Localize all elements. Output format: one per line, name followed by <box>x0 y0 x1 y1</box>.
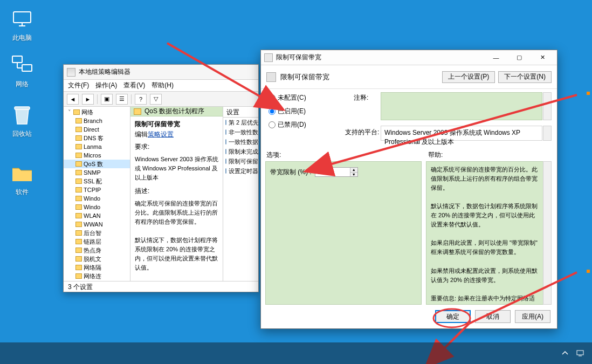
tree-item[interactable]: TCPIP <box>64 186 130 194</box>
tree-item[interactable]: Branch <box>64 116 130 125</box>
spinner[interactable]: ▲ ▼ <box>350 168 357 176</box>
tree-item-label: Branch <box>84 118 102 124</box>
settings-item[interactable]: 设置定时器 <box>223 166 258 176</box>
gp-titlebar[interactable]: 本地组策略编辑器 <box>64 65 258 80</box>
toolbar-help-icon[interactable]: ? <box>135 94 147 105</box>
toolbar-filter-icon[interactable]: ▽ <box>150 94 162 105</box>
desktop-icon-network[interactable]: 网络 <box>3 54 41 89</box>
minimize-button[interactable]: — <box>485 52 507 63</box>
menu-help[interactable]: 帮助(H) <box>152 81 174 90</box>
tree-item[interactable]: WLAN <box>64 211 130 220</box>
tree-item[interactable]: Direct <box>64 125 130 134</box>
settings-item[interactable]: 限制可保留 <box>223 156 258 166</box>
policy-icon <box>266 72 276 82</box>
settings-item[interactable]: 限制未完成 <box>223 147 258 156</box>
folder-icon <box>75 170 82 175</box>
tree-item[interactable]: 网络连 <box>64 280 130 281</box>
radio-enabled-input[interactable] <box>269 108 276 115</box>
radio-not-configured[interactable]: 未配置(C) <box>269 93 306 102</box>
desktop-icon-recycle[interactable]: 回收站 <box>3 104 41 139</box>
settings-strip: 设置 第 2 层优先非一致性数据一致性数据限制未完成限制可保留设置定时器 <box>223 107 258 281</box>
scrollbar[interactable] <box>543 126 552 141</box>
marker-icon <box>587 92 590 95</box>
policy-item-icon <box>225 120 226 125</box>
tree-item-label: SSL 配 <box>84 177 102 186</box>
tree-item-label: Lanma <box>84 143 102 150</box>
menu-action[interactable]: 操作(A) <box>95 81 117 90</box>
tree-root[interactable]: ˅ 网络 <box>64 108 130 116</box>
spin-down-icon[interactable]: ▼ <box>350 173 357 177</box>
policy-item-icon <box>225 139 226 145</box>
tree-item[interactable]: QoS 数 <box>64 160 130 168</box>
comment-label: 注释: <box>354 93 368 102</box>
next-setting-button[interactable]: 下一个设置(N) <box>498 71 552 83</box>
toolbar-list-icon[interactable]: ☰ <box>116 94 128 105</box>
svg-rect-3 <box>12 56 22 63</box>
radio-disabled[interactable]: 已禁用(D) <box>269 120 306 129</box>
gp-menubar: 文件(F) 操作(A) 查看(V) 帮助(H) <box>64 80 258 92</box>
folder-icon <box>75 118 82 123</box>
tree-item[interactable]: SNMP <box>64 168 130 177</box>
scrollbar[interactable] <box>543 92 552 120</box>
edit-policy-link[interactable]: 策略设置 <box>148 130 174 139</box>
folder-icon <box>75 222 82 227</box>
folder-icon <box>134 108 141 115</box>
settings-item-label: 限制未完成 <box>229 148 258 156</box>
spin-up-icon[interactable]: ▲ <box>350 168 357 173</box>
tree-item-label: TCPIP <box>84 187 101 193</box>
settings-item[interactable]: 非一致性数据 <box>223 127 258 137</box>
folder-icon <box>73 109 80 115</box>
prev-setting-button[interactable]: 上一个设置(P) <box>442 71 495 83</box>
settings-item[interactable]: 一致性数据 <box>223 137 258 147</box>
tree-item[interactable]: 网络连 <box>64 272 130 280</box>
dlg-titlebar[interactable]: 限制可保留带宽 — ▢ ✕ <box>261 50 557 65</box>
tree-item[interactable]: Micros <box>64 151 130 160</box>
tree-item[interactable]: 网络隔 <box>64 263 130 272</box>
gp-tree[interactable]: ˅ 网络 BranchDirectDNS 客LanmaMicrosQoS 数SN… <box>64 107 130 281</box>
radio-disabled-input[interactable] <box>269 121 276 128</box>
tree-item[interactable]: 热点身 <box>64 246 130 255</box>
close-button[interactable]: ✕ <box>531 52 554 63</box>
network-icon <box>10 54 34 78</box>
dlg-topbar: 限制可保留带宽 上一个设置(P) 下一个设置(N) <box>261 65 557 89</box>
folder-icon <box>75 153 82 158</box>
tree-item[interactable]: 脱机文 <box>64 255 130 263</box>
policy-item-icon <box>225 149 226 154</box>
tray-up-icon[interactable] <box>561 349 569 358</box>
taskbar[interactable] <box>0 342 592 364</box>
desktop-icon-this-pc[interactable]: 此电脑 <box>3 8 41 43</box>
radio-not-configured-input[interactable] <box>269 94 276 101</box>
maximize-button[interactable]: ▢ <box>508 52 531 63</box>
toolbar-fwd-icon[interactable]: ► <box>82 94 94 105</box>
tree-item[interactable]: 后台智 <box>64 229 130 237</box>
desktop-icon-folder[interactable]: 软件 <box>3 162 41 197</box>
tree-item[interactable]: DNS 客 <box>64 134 130 142</box>
cancel-button[interactable]: 取消 <box>475 310 511 323</box>
svg-rect-4 <box>22 65 32 71</box>
bandwidth-label: 带宽限制 (%) : <box>270 168 312 177</box>
tree-item-label: 后台智 <box>84 229 101 237</box>
tree-item[interactable]: WWAN <box>64 220 130 229</box>
tree-item[interactable]: Lanma <box>64 142 130 151</box>
folder-icon <box>75 135 82 141</box>
menu-view[interactable]: 查看(V) <box>123 81 145 90</box>
toolbar-back-icon[interactable]: ◄ <box>67 94 79 105</box>
comment-input[interactable] <box>381 92 542 120</box>
menu-file[interactable]: 文件(F) <box>68 81 89 90</box>
tree-item[interactable]: Windo <box>64 203 130 211</box>
tree-item[interactable]: Windo <box>64 194 130 203</box>
folder-icon <box>75 213 82 218</box>
collapse-icon[interactable]: ˅ <box>67 109 72 116</box>
scrollbar[interactable] <box>543 161 552 305</box>
tree-item-label: Windo <box>84 204 100 210</box>
apply-button[interactable]: 应用(A) <box>515 310 550 323</box>
tree-item[interactable]: 链路层 <box>64 237 130 246</box>
tree-item[interactable]: SSL 配 <box>64 177 130 186</box>
ok-button[interactable]: 确定 <box>435 310 471 323</box>
tree-item-label: 热点身 <box>84 246 101 255</box>
tray-network-icon[interactable] <box>576 349 584 358</box>
radio-enabled[interactable]: 已启用(E) <box>269 107 306 116</box>
policy-item-icon <box>225 159 226 164</box>
settings-item[interactable]: 第 2 层优先 <box>223 118 258 127</box>
toolbar-up-icon[interactable]: ▣ <box>101 94 113 105</box>
